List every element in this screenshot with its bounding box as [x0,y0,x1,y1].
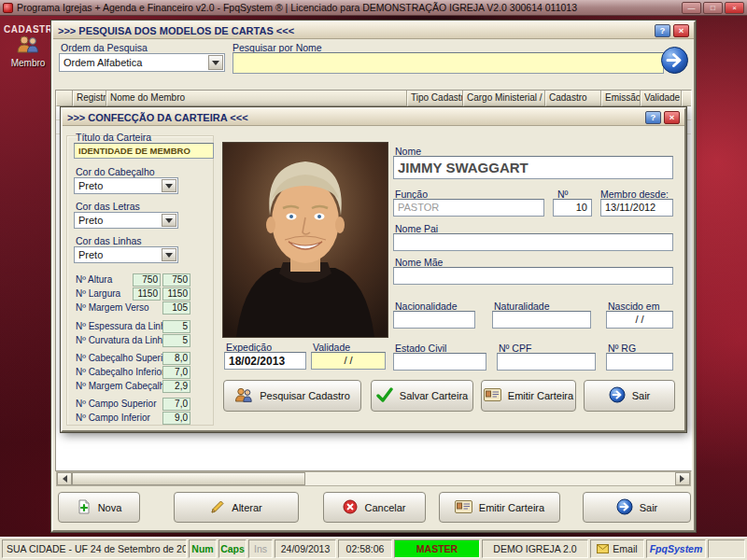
funcao-field[interactable]: PASTOR [393,199,544,217]
status-user: MASTER [394,539,480,558]
order-label: Ordem da Pesquisa [61,42,148,53]
cor-letras-select[interactable]: Preto [74,212,178,229]
expedicao-field[interactable]: 18/02/2013 [224,352,306,370]
grid-header-indicator [56,91,73,106]
estado-civil-field[interactable] [393,353,486,371]
search-name-input[interactable] [233,52,664,74]
naturalidade-field[interactable] [492,311,591,329]
cor-letras-label: Cor das Letras [76,201,140,212]
search-go-button[interactable] [660,46,689,75]
grid-header-emissao[interactable]: Emissão [601,91,641,106]
close-button[interactable]: × [725,2,744,14]
card-help-button[interactable]: ? [645,111,661,124]
nome-pai-field[interactable] [393,233,673,251]
validade-field[interactable]: / / [311,352,386,370]
grid-header-filler [682,91,691,106]
status-caps: Caps [218,539,247,558]
nome-mae-field[interactable] [393,267,673,285]
toolbar-item-membro[interactable]: Membro [6,35,50,68]
emitir-carteira-dialog-button[interactable]: Emitir Carteira [481,380,576,412]
chevron-down-icon[interactable] [162,214,176,227]
nome-field[interactable]: JIMMY SWAGGART [393,156,673,179]
grid-header-cadastro[interactable]: Cadastro [545,91,601,106]
alterar-button[interactable]: Alterar [174,492,299,523]
chevron-down-icon[interactable] [208,55,223,70]
nova-button[interactable]: Nova [58,492,140,523]
cancel-icon [343,499,358,516]
id-card-icon [455,500,472,515]
metric-largura: Nº Largura 1150 1150 [63,287,212,301]
metric-input[interactable]: 9,0 [162,412,190,425]
emitir-carteira-button[interactable]: Emitir Carteira [439,492,560,523]
minimize-button[interactable]: — [682,2,701,14]
metric-input[interactable]: 1150 [133,287,161,301]
search-window-titlebar: >>> PESQUISA DOS MODELOS DE CARTAS <<< ?… [53,22,694,39]
grid-header: Registro Nome do Membro Tipo Cadastro Ca… [56,91,691,106]
salvar-carteira-button[interactable]: Salvar Carteira [371,380,473,412]
order-select-value: Ordem Alfabetica [63,57,142,68]
pencil-icon [210,499,225,516]
status-num: Num [189,539,217,558]
nacionalidade-field[interactable] [393,311,475,329]
search-help-button[interactable]: ? [655,24,670,37]
order-select[interactable]: Ordem Alfabetica [59,53,225,72]
metric-input[interactable]: 2,9 [162,380,190,393]
cor-cabecalho-label: Cor do Cabeçalho [76,166,155,177]
scroll-right-icon[interactable] [675,472,690,485]
chevron-down-icon[interactable] [162,248,176,261]
statusbar: SUA CIDADE - UF 24 de Setembro de 2013 -… [0,537,747,560]
metric-input[interactable]: 7,0 [162,398,190,411]
metric-input[interactable]: 8,0 [162,352,190,365]
main-window-title: Programa Igrejas + Agenda e Financeiro v… [17,2,678,13]
metric-input[interactable]: 105 [162,301,190,315]
search-close-button[interactable]: × [673,24,689,37]
status-brand: FpqSystem [646,539,706,558]
numero-field[interactable]: 10 [553,199,592,217]
metric-input[interactable]: 5 [162,334,190,347]
cpf-field[interactable] [497,353,596,371]
rg-field[interactable] [606,353,673,371]
nascido-em-field[interactable]: / / [606,311,673,329]
app-icon [3,3,13,13]
titulo-label: Título da Carteira [76,132,151,143]
maximize-button[interactable]: □ [703,2,723,14]
card-dialog: >>> CONFECÇÃO DA CARTEIRA <<< ? × Título… [61,107,686,432]
metric-input[interactable]: 7,0 [162,366,190,379]
grid-header-validade[interactable]: Validade [641,91,682,106]
scroll-left-icon[interactable] [57,472,72,485]
titulo-carteira-field[interactable]: IDENTIDADE DE MEMBRO [74,143,214,159]
pesquisar-cadastro-button[interactable]: Pesquisar Cadastro [223,380,361,412]
status-date: 24/09/2013 [275,539,336,558]
metric-margem-cabecalho: Nº Margem Cabeçalho 2,9 [63,380,212,393]
grid-header-tipo[interactable]: Tipo Cadastro [407,91,463,106]
metric-input[interactable]: 1150 [162,287,190,301]
chevron-down-icon[interactable] [162,179,176,192]
scrollbar-thumb[interactable] [72,472,305,485]
id-card-icon [484,388,501,403]
new-icon [77,499,92,516]
card-dialog-title: >>> CONFECÇÃO DA CARTEIRA <<< [67,112,642,123]
metric-cabecalho-inferior: Nº Cabeçalho Inferior 7,0 [63,366,212,379]
metric-margem-verso: Nº Margem Verso 105 [63,301,212,315]
metric-input[interactable]: 5 [162,320,190,333]
members-icon [234,387,253,404]
membro-desde-field[interactable]: 13/11/2012 [600,199,673,217]
cancelar-button[interactable]: Cancelar [323,492,426,523]
status-company: DEMO IGREJA 2.0 [482,539,588,558]
metric-input[interactable]: 750 [162,273,190,287]
sair-button[interactable]: Sair [583,492,691,523]
card-close-button[interactable]: × [664,111,680,124]
members-icon [16,40,40,56]
metric-input[interactable]: 750 [133,273,161,287]
cor-linhas-select[interactable]: Preto [74,246,178,263]
search-window-title: >>> PESQUISA DOS MODELOS DE CARTAS <<< [58,25,652,36]
grid-header-registro[interactable]: Registro [73,91,106,106]
status-email[interactable]: Email [590,539,644,558]
grid-header-nome[interactable]: Nome do Membro [106,91,407,106]
sair-dialog-button[interactable]: Sair [584,380,675,412]
horizontal-scrollbar[interactable] [56,471,691,486]
main-titlebar: Programa Igrejas + Agenda e Financeiro v… [0,0,747,16]
metric-campo-superior: Nº Campo Superior 7,0 [63,398,212,411]
grid-header-cargo[interactable]: Cargo Ministerial / Função [463,91,545,106]
cor-cabecalho-select[interactable]: Preto [74,177,178,194]
